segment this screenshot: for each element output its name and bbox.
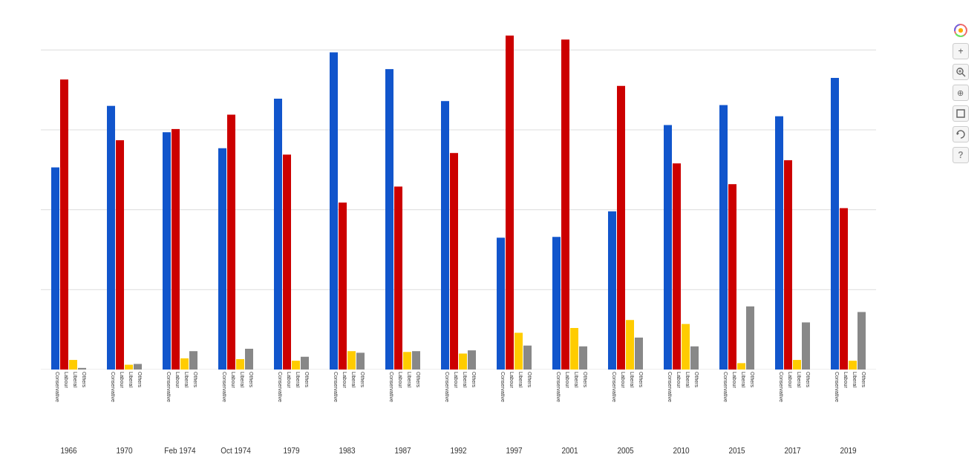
svg-text:Others: Others	[861, 372, 866, 388]
svg-text:Labour: Labour	[120, 372, 125, 388]
chart-container: + ⊕ ? 0100200300400	[0, 0, 980, 466]
svg-text:Conservative: Conservative	[166, 372, 172, 402]
svg-text:Conservative: Conservative	[667, 372, 673, 402]
svg-text:Conservative: Conservative	[278, 372, 283, 402]
svg-text:Others: Others	[137, 372, 143, 388]
svg-rect-46	[394, 186, 402, 370]
svg-text:Labour: Labour	[64, 372, 69, 388]
svg-text:Conservative: Conservative	[723, 372, 728, 402]
svg-text:Labour: Labour	[509, 372, 514, 388]
svg-text:Labour: Labour	[621, 372, 626, 388]
svg-text:Oct 1974: Oct 1974	[220, 447, 251, 455]
svg-text:Liberal: Liberal	[240, 372, 245, 387]
svg-rect-60	[579, 347, 587, 370]
svg-text:Labour: Labour	[175, 372, 180, 388]
svg-rect-59	[570, 328, 578, 370]
svg-text:Others: Others	[471, 372, 477, 388]
svg-rect-22	[60, 79, 68, 370]
svg-text:Others: Others	[583, 372, 588, 388]
svg-text:Conservative: Conservative	[556, 372, 561, 402]
svg-text:Others: Others	[527, 372, 532, 388]
svg-text:Liberal: Liberal	[797, 372, 802, 387]
zoom-in-icon[interactable]: +	[953, 43, 969, 59]
svg-text:Others: Others	[304, 372, 310, 388]
svg-text:Liberal: Liberal	[685, 372, 690, 387]
svg-rect-9	[957, 110, 964, 117]
svg-rect-65	[664, 125, 672, 370]
svg-rect-67	[682, 324, 690, 370]
svg-text:Liberal: Liberal	[518, 372, 523, 387]
svg-rect-74	[784, 160, 792, 370]
svg-text:Liberal: Liberal	[73, 372, 78, 387]
svg-rect-50	[450, 153, 458, 370]
svg-rect-34	[227, 115, 235, 370]
svg-text:Others: Others	[416, 372, 421, 388]
svg-text:Conservative: Conservative	[445, 372, 450, 402]
svg-text:Liberal: Liberal	[574, 372, 579, 387]
svg-rect-26	[116, 140, 124, 370]
svg-text:Conservative: Conservative	[55, 372, 60, 402]
svg-text:Others: Others	[82, 372, 87, 388]
svg-rect-61	[608, 211, 616, 370]
svg-rect-63	[626, 320, 634, 370]
svg-rect-45	[385, 69, 393, 370]
pan-icon[interactable]: ⊕	[953, 85, 969, 101]
svg-rect-72	[746, 306, 754, 370]
svg-text:Conservative: Conservative	[222, 372, 227, 402]
svg-text:Conservative: Conservative	[389, 372, 394, 402]
svg-rect-49	[441, 101, 449, 370]
svg-text:2010: 2010	[673, 447, 690, 455]
svg-text:Liberal: Liberal	[184, 372, 189, 387]
svg-text:Labour: Labour	[732, 372, 737, 388]
svg-text:Liberal: Liberal	[852, 372, 858, 387]
svg-text:Others: Others	[360, 372, 365, 388]
toolbar: + ⊕ ?	[953, 22, 969, 163]
svg-line-5	[962, 73, 965, 76]
svg-rect-62	[617, 86, 625, 370]
svg-text:1983: 1983	[339, 447, 356, 455]
svg-rect-78	[840, 208, 848, 370]
svg-text:Conservative: Conservative	[333, 372, 339, 402]
svg-rect-80	[858, 312, 866, 370]
zoom-region-icon[interactable]	[953, 64, 969, 80]
svg-text:Liberal: Liberal	[630, 372, 635, 387]
svg-text:2015: 2015	[728, 447, 745, 455]
svg-text:2017: 2017	[784, 447, 801, 455]
svg-text:1979: 1979	[283, 447, 300, 455]
svg-text:Liberal: Liberal	[741, 372, 746, 387]
svg-text:Conservative: Conservative	[834, 372, 840, 402]
svg-text:2019: 2019	[840, 447, 857, 455]
svg-text:Labour: Labour	[788, 372, 793, 388]
svg-rect-76	[802, 322, 810, 370]
svg-rect-53	[497, 237, 505, 370]
svg-rect-56	[523, 346, 532, 370]
svg-text:2001: 2001	[561, 447, 578, 455]
svg-text:Liberal: Liberal	[407, 372, 412, 387]
svg-rect-33	[218, 148, 226, 370]
svg-text:Others: Others	[193, 372, 198, 388]
svg-rect-43	[347, 351, 356, 370]
logo-icon	[953, 22, 969, 39]
help-icon[interactable]: ?	[953, 147, 969, 163]
svg-rect-29	[163, 132, 171, 370]
svg-text:⊕: ⊕	[957, 88, 964, 97]
chart-area: 0100200300400	[41, 26, 876, 370]
svg-rect-36	[245, 349, 253, 370]
svg-rect-38	[283, 154, 291, 370]
svg-rect-44	[356, 352, 365, 370]
svg-text:Labour: Labour	[676, 372, 682, 388]
reset-icon[interactable]	[953, 126, 969, 142]
svg-rect-66	[673, 163, 681, 370]
svg-rect-77	[831, 78, 839, 370]
svg-text:Others: Others	[694, 372, 699, 388]
svg-text:Feb 1974: Feb 1974	[164, 447, 196, 455]
svg-text:Labour: Labour	[565, 372, 570, 388]
frame-icon[interactable]	[953, 105, 969, 122]
svg-marker-10	[957, 132, 959, 135]
svg-rect-32	[189, 351, 197, 370]
svg-text:1987: 1987	[394, 447, 411, 455]
svg-text:Conservative: Conservative	[500, 372, 506, 402]
svg-text:Conservative: Conservative	[779, 372, 784, 402]
svg-text:Labour: Labour	[398, 372, 403, 388]
svg-rect-25	[107, 106, 115, 370]
